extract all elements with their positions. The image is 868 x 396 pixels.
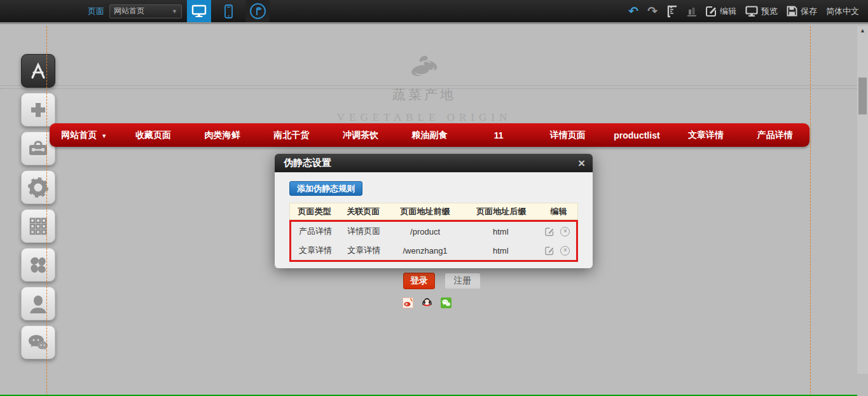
- save-button[interactable]: 保存: [787, 6, 817, 17]
- add-rule-label: 添加伪静态规则: [297, 183, 355, 195]
- page-label: 页面: [88, 6, 104, 17]
- nav-item-label: 文章详情: [688, 130, 724, 140]
- scroll-up-arrow[interactable]: ▲: [857, 27, 868, 34]
- redo-button[interactable]: ↷: [647, 4, 658, 18]
- weibo-icon[interactable]: [403, 297, 413, 308]
- rules-table: 页面类型 关联页面 页面地址前缀 页面地址后缀 编辑 产品详情 详情页面 /pr…: [289, 203, 578, 262]
- cell-url-prefix: /wenzhang1: [388, 246, 462, 256]
- nav-item-label: 产品详情: [757, 130, 793, 140]
- vegetable-logo-icon: [297, 51, 551, 81]
- preview-monitor-icon: [745, 6, 758, 17]
- sidebar-item-design-apps[interactable]: [21, 54, 55, 88]
- language-label: 简体中文: [826, 6, 859, 17]
- nav-item-home[interactable]: 网站首页▼: [50, 130, 119, 141]
- undo-button[interactable]: ↶: [628, 4, 638, 18]
- edit-row-icon[interactable]: [545, 227, 555, 236]
- nav-item[interactable]: 收藏页面: [119, 130, 188, 141]
- app-design-icon: [29, 62, 48, 80]
- nav-item-label: 收藏页面: [135, 130, 171, 140]
- nav-item[interactable]: productlist: [602, 130, 672, 140]
- language-switcher[interactable]: 简体中文: [826, 6, 859, 17]
- edit-button[interactable]: 编辑: [706, 6, 736, 17]
- sidebar-item-modules[interactable]: [21, 209, 55, 243]
- smartphone-icon: [224, 4, 233, 18]
- sidebar-item-member[interactable]: [21, 287, 55, 320]
- preview-button[interactable]: 预览: [745, 6, 778, 17]
- nav-item-label: 粮油副食: [412, 130, 448, 140]
- scrollbar-thumb[interactable]: [858, 78, 867, 114]
- ruler-button[interactable]: [666, 5, 678, 18]
- site-subtitle: VEGETABLE ORIGIN: [297, 111, 551, 124]
- grid-icon: [29, 217, 48, 236]
- desktop-view-button[interactable]: [187, 0, 211, 22]
- social-login-row: [403, 297, 451, 308]
- nav-item-label: 冲调茶饮: [343, 130, 378, 140]
- mobile-view-button[interactable]: [216, 0, 240, 22]
- qq-icon[interactable]: [422, 297, 432, 308]
- nav-item[interactable]: 文章详情: [672, 130, 741, 141]
- nav-item[interactable]: 11: [464, 130, 534, 140]
- column-header: 页面类型: [290, 206, 339, 217]
- cell-url-suffix: html: [462, 227, 539, 236]
- cell-linked-page: 详情页面: [340, 226, 388, 237]
- dialog-title: 伪静态设置: [284, 157, 331, 169]
- chevron-down-icon: ▼: [172, 8, 177, 15]
- nav-item[interactable]: 产品详情: [740, 130, 809, 141]
- toolbox-icon: [28, 140, 48, 158]
- column-header: 页面地址前缀: [388, 206, 463, 217]
- edit-row-icon[interactable]: [545, 246, 555, 256]
- page-select-value: 网站首页: [114, 6, 144, 17]
- column-header: 页面地址后缀: [462, 206, 540, 217]
- delete-row-icon[interactable]: ×: [560, 246, 570, 256]
- chat-bubbles-icon: [27, 334, 49, 352]
- site-logo[interactable]: 蔬菜产地 VEGETABLE ORIGIN: [297, 51, 551, 124]
- nav-item-label: 详情页面: [550, 130, 586, 140]
- delete-row-icon[interactable]: ×: [560, 227, 570, 236]
- sidebar-item-plugins[interactable]: [21, 248, 55, 282]
- music-note-icon: [249, 3, 266, 20]
- right-guide-line: [810, 26, 811, 396]
- monitor-icon: [191, 4, 207, 18]
- music-settings-button[interactable]: [245, 0, 270, 22]
- dialog-body: 添加伪静态规则 页面类型 关联页面 页面地址前缀 页面地址后缀 编辑 产品详情 …: [275, 172, 593, 268]
- person-icon: [28, 294, 48, 313]
- plus-icon: [29, 100, 48, 119]
- top-toolbar: 页面 网站首页 ▼ ↶ ↷: [0, 0, 868, 24]
- login-button[interactable]: 登录: [403, 273, 435, 289]
- stats-chart-button[interactable]: [687, 6, 697, 17]
- add-rule-button[interactable]: 添加伪静态规则: [289, 181, 362, 196]
- edit-label: 编辑: [720, 6, 736, 17]
- register-label: 注册: [454, 275, 472, 287]
- sidebar-item-add-module[interactable]: [21, 93, 55, 126]
- column-header: 编辑: [540, 206, 577, 217]
- cell-page-type: 产品详情: [291, 226, 340, 237]
- cell-url-prefix: /product: [388, 227, 462, 236]
- nav-item[interactable]: 冲调茶饮: [326, 130, 396, 141]
- cell-linked-page: 文章详情: [340, 245, 388, 256]
- edit-pencil-icon: [706, 6, 717, 17]
- save-floppy-icon: [787, 6, 797, 17]
- register-button[interactable]: 注册: [444, 273, 481, 289]
- nav-item-label: 南北干货: [273, 130, 309, 140]
- cell-url-suffix: html: [462, 246, 539, 256]
- sidebar-item-wechat[interactable]: [21, 325, 55, 359]
- nav-item[interactable]: 粮油副食: [395, 130, 464, 141]
- pseudo-static-dialog: 伪静态设置 × 添加伪静态规则 页面类型 关联页面 页面地址前缀 页面地址后缀 …: [275, 154, 593, 268]
- sidebar-item-settings[interactable]: [21, 170, 55, 204]
- nav-item-label: 肉类海鲜: [205, 130, 240, 140]
- table-header-row: 页面类型 关联页面 页面地址前缀 页面地址后缀 编辑: [289, 203, 578, 220]
- wechat-icon[interactable]: [441, 297, 451, 308]
- gear-icon: [27, 177, 49, 198]
- left-guide-line: [46, 26, 47, 396]
- table-row: 文章详情 文章详情 /wenzhang1 html ×: [291, 241, 576, 260]
- chevron-down-icon: ▼: [101, 133, 107, 139]
- dialog-header[interactable]: 伪静态设置 ×: [275, 154, 593, 172]
- nav-item[interactable]: 肉类海鲜: [188, 130, 257, 141]
- nav-item[interactable]: 详情页面: [533, 130, 602, 141]
- nav-item[interactable]: 南北干货: [257, 130, 326, 141]
- table-row: 产品详情 详情页面 /product html ×: [291, 222, 576, 241]
- page-select[interactable]: 网站首页 ▼: [109, 4, 182, 18]
- close-icon[interactable]: ×: [578, 157, 585, 169]
- vertical-scrollbar[interactable]: ▲: [857, 26, 868, 374]
- nav-item-label: 网站首页: [61, 130, 97, 140]
